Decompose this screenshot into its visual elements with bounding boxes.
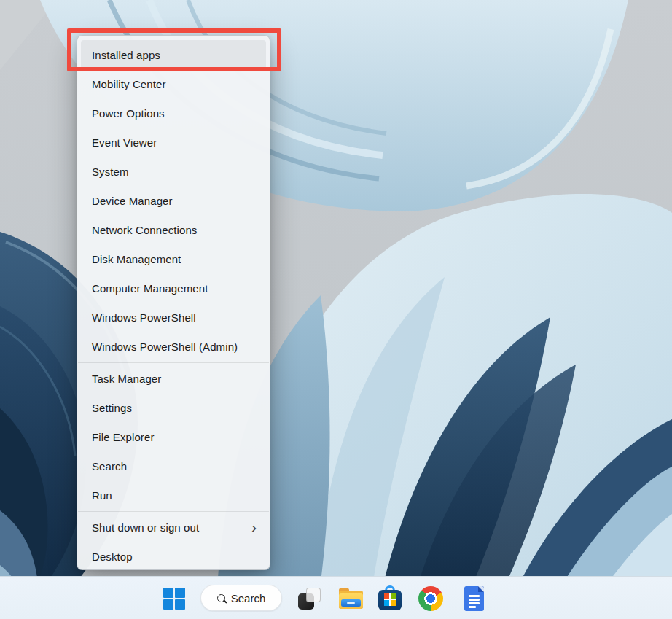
- menu-item-label: Network Connections: [92, 224, 197, 236]
- taskbar: Search: [0, 576, 672, 619]
- menu-item-label: Run: [92, 489, 112, 502]
- windows-logo-icon: [163, 588, 185, 610]
- task-view-button[interactable]: [295, 584, 324, 613]
- menu-item-task-manager[interactable]: Task Manager: [81, 364, 266, 393]
- store-bag-icon: [378, 585, 402, 612]
- menu-item-label: Computer Management: [92, 282, 208, 295]
- microsoft-store-button[interactable]: [375, 584, 405, 613]
- menu-item-label: Mobility Center: [92, 78, 166, 90]
- menu-item-label: File Explorer: [92, 431, 155, 443]
- menu-item-search[interactable]: Search: [81, 451, 266, 480]
- winx-context-menu: Installed appsMobility CenterPower Optio…: [77, 35, 270, 570]
- folder-icon: [339, 587, 363, 610]
- menu-item-label: Shut down or sign out: [92, 521, 199, 534]
- menu-item-label: Power Options: [92, 107, 165, 120]
- menu-item-file-explorer[interactable]: File Explorer: [81, 422, 266, 451]
- menu-item-label: Desktop: [92, 550, 133, 563]
- menu-item-label: Installed apps: [92, 49, 160, 61]
- start-button[interactable]: [160, 584, 189, 613]
- chrome-logo-icon: [418, 586, 443, 611]
- menu-item-windows-powershell[interactable]: Windows PowerShell: [81, 303, 266, 332]
- menu-item-installed-apps[interactable]: Installed apps: [81, 40, 266, 69]
- search-icon: [217, 594, 225, 602]
- menu-item-event-viewer[interactable]: Event Viewer: [81, 128, 266, 157]
- menu-item-system[interactable]: System: [81, 157, 266, 186]
- menu-item-label: Disk Management: [92, 253, 181, 265]
- menu-item-device-manager[interactable]: Device Manager: [81, 186, 266, 215]
- document-icon: [464, 586, 484, 611]
- menu-item-desktop[interactable]: Desktop: [81, 542, 266, 570]
- menu-item-label: Task Manager: [92, 373, 161, 385]
- chrome-button[interactable]: [416, 584, 445, 613]
- menu-item-mobility-center[interactable]: Mobility Center: [81, 69, 266, 98]
- menu-item-computer-management[interactable]: Computer Management: [81, 273, 266, 303]
- chevron-right-icon: ›: [251, 519, 257, 534]
- menu-item-label: Windows PowerShell (Admin): [92, 340, 238, 353]
- menu-item-network-connections[interactable]: Network Connections: [81, 215, 266, 244]
- menu-item-run[interactable]: Run: [81, 480, 266, 510]
- menu-item-settings[interactable]: Settings: [81, 393, 266, 422]
- desktop: Installed appsMobility CenterPower Optio…: [0, 0, 672, 619]
- menu-item-disk-management[interactable]: Disk Management: [81, 244, 266, 273]
- menu-item-windows-powershell-admin[interactable]: Windows PowerShell (Admin): [81, 332, 266, 361]
- menu-item-label: Settings: [92, 402, 132, 414]
- menu-item-label: Search: [92, 460, 127, 472]
- google-docs-button[interactable]: [459, 584, 488, 613]
- file-explorer-button[interactable]: [336, 584, 365, 613]
- menu-item-shut-down-or-sign-out[interactable]: Shut down or sign out›: [81, 513, 266, 542]
- search-box[interactable]: Search: [200, 585, 282, 611]
- task-view-icon: [298, 587, 321, 610]
- menu-item-label: Event Viewer: [92, 136, 157, 149]
- menu-item-label: Device Manager: [92, 195, 173, 207]
- menu-item-label: System: [92, 166, 129, 178]
- search-label: Search: [231, 592, 266, 604]
- menu-item-power-options[interactable]: Power Options: [81, 98, 266, 128]
- menu-item-label: Windows PowerShell: [92, 311, 196, 324]
